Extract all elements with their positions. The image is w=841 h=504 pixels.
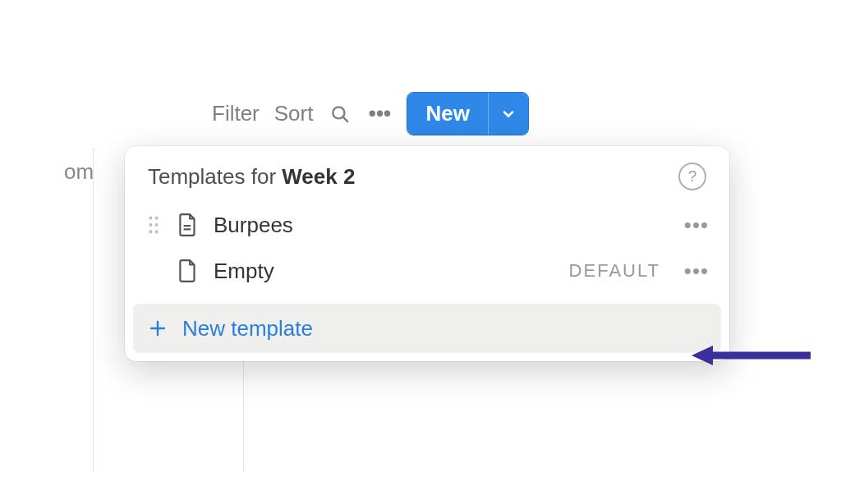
new-template-label: New template [182, 316, 313, 341]
svg-point-2 [149, 217, 152, 220]
svg-line-1 [343, 117, 348, 121]
popover-title-emph: Week 2 [282, 164, 355, 189]
row-more-button[interactable]: ••• [682, 259, 711, 284]
template-name: Empty [214, 259, 554, 284]
svg-point-5 [155, 223, 159, 227]
page-icon [177, 213, 199, 237]
page-blank-icon [177, 259, 199, 283]
templates-popover: Templates for Week 2 ? Burpees ••• Empty… [125, 146, 729, 361]
drag-handle-icon[interactable] [145, 215, 163, 235]
template-row[interactable]: Burpees ••• [125, 202, 729, 248]
row-more-button[interactable]: ••• [682, 213, 711, 238]
plus-icon [148, 318, 168, 338]
help-icon[interactable]: ? [678, 163, 706, 190]
sort-button[interactable]: Sort [274, 101, 314, 126]
search-icon[interactable] [328, 103, 352, 125]
svg-point-7 [155, 230, 159, 233]
filter-button[interactable]: Filter [212, 101, 260, 126]
new-template-button[interactable]: New template [133, 304, 721, 353]
grid-divider [93, 148, 94, 472]
svg-point-6 [149, 230, 152, 233]
template-name: Burpees [214, 213, 667, 238]
popover-header: Templates for Week 2 ? [125, 163, 729, 202]
table-toolbar: Filter Sort ••• New [212, 92, 529, 135]
new-button[interactable]: New [407, 93, 487, 135]
chevron-down-icon [500, 106, 517, 122]
new-dropdown-button[interactable] [488, 93, 528, 135]
column-label-peek: om [64, 159, 94, 185]
svg-point-3 [155, 217, 159, 220]
default-badge: DEFAULT [569, 260, 660, 282]
svg-point-4 [149, 223, 152, 227]
more-icon[interactable]: ••• [367, 101, 392, 126]
popover-title: Templates for Week 2 [148, 164, 355, 190]
template-row[interactable]: Empty DEFAULT ••• [125, 248, 729, 294]
new-split-button: New [407, 92, 528, 135]
popover-title-prefix: Templates for [148, 164, 282, 189]
